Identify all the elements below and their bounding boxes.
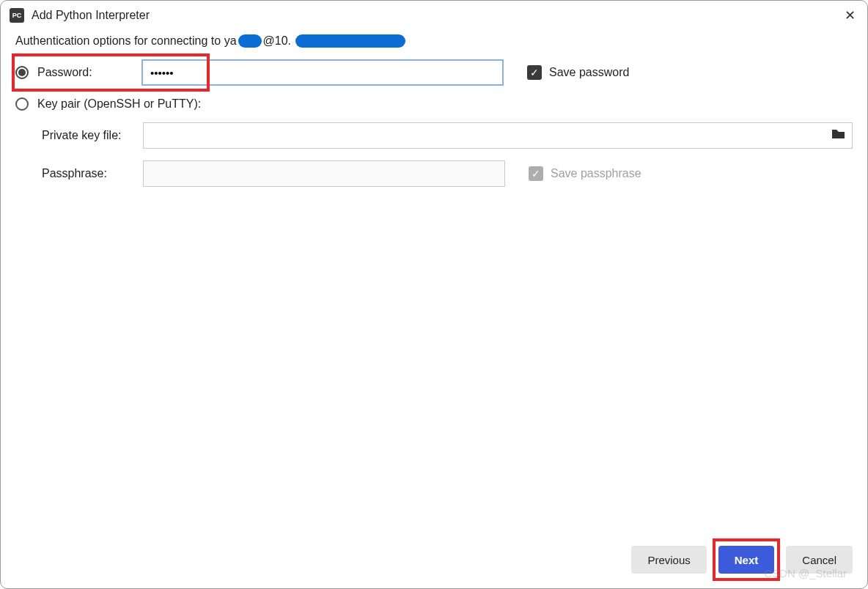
password-row: Password: ✓ Save password (15, 59, 853, 86)
save-password-checkbox[interactable]: ✓ (527, 65, 542, 80)
redacted-host (295, 34, 405, 48)
close-icon[interactable]: ✕ (841, 7, 858, 24)
save-passphrase-checkbox: ✓ (529, 166, 543, 181)
next-button[interactable]: Next (718, 546, 775, 574)
password-label: Password: (37, 66, 133, 79)
auth-mid: @10. (263, 34, 291, 48)
save-password-wrap: ✓ Save password (527, 65, 629, 80)
keypair-radio[interactable] (15, 97, 29, 111)
private-key-label: Private key file: (42, 129, 134, 142)
redacted-user (238, 34, 262, 48)
dialog-footer: Previous Next Cancel (1, 531, 867, 588)
previous-button[interactable]: Previous (631, 546, 706, 574)
password-input[interactable] (141, 59, 504, 86)
private-key-row: Private key file: (15, 122, 853, 149)
save-passphrase-wrap: ✓ Save passphrase (529, 166, 641, 181)
passphrase-row: Passphrase: ✓ Save passphrase (15, 160, 853, 187)
cancel-button[interactable]: Cancel (786, 546, 853, 574)
dialog-title: Add Python Interpreter (32, 9, 834, 22)
private-key-input[interactable] (143, 122, 853, 149)
titlebar: PC Add Python Interpreter ✕ (1, 1, 867, 30)
auth-description: Authentication options for connecting to… (15, 34, 853, 48)
password-radio[interactable] (15, 66, 29, 79)
dialog-content: Authentication options for connecting to… (1, 30, 867, 531)
passphrase-label: Passphrase: (42, 167, 134, 180)
save-password-label: Save password (549, 66, 629, 79)
auth-prefix: Authentication options for connecting to… (15, 34, 237, 48)
folder-icon[interactable] (832, 129, 845, 142)
passphrase-input (143, 160, 505, 187)
add-interpreter-dialog: PC Add Python Interpreter ✕ Authenticati… (0, 0, 868, 589)
save-passphrase-label: Save passphrase (551, 167, 641, 180)
keypair-row: Key pair (OpenSSH or PuTTY): (15, 97, 853, 111)
pycharm-icon: PC (10, 8, 24, 23)
keypair-label: Key pair (OpenSSH or PuTTY): (37, 97, 201, 111)
